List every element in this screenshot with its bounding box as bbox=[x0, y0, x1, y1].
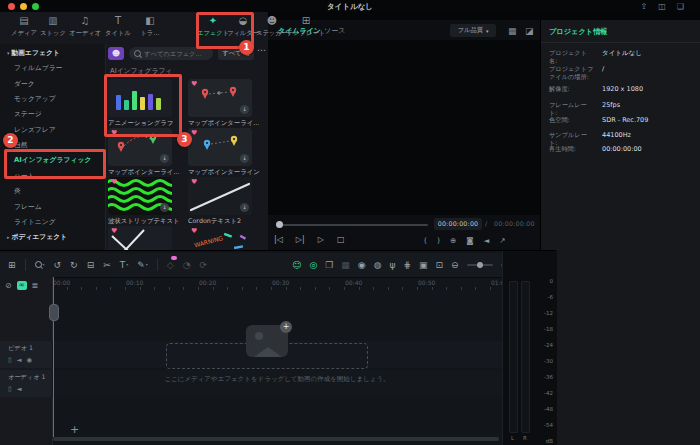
playhead[interactable] bbox=[53, 277, 54, 437]
favorite-heart-icon[interactable]: ♥ bbox=[191, 129, 197, 137]
mute-track-icon[interactable]: ◄ bbox=[17, 356, 22, 364]
download-icon[interactable]: ↓ bbox=[160, 154, 169, 163]
fullscreen-icon[interactable]: ❏ bbox=[677, 2, 684, 11]
meter-scale-label: -30 bbox=[535, 358, 553, 364]
project-info-label: 再生時間: bbox=[549, 145, 595, 153]
favorite-heart-icon[interactable]: ♥ bbox=[191, 80, 197, 88]
hide-track-icon[interactable]: ◉ bbox=[27, 356, 33, 364]
select-tool-button[interactable]: ▾ bbox=[35, 260, 45, 270]
track-manager-icon[interactable]: ≣ bbox=[32, 281, 39, 290]
meter-scale-label: -48 bbox=[535, 406, 553, 412]
media-browser-icon[interactable]: ⊞ bbox=[8, 260, 16, 270]
play-button[interactable]: ▷ bbox=[318, 235, 324, 244]
zoom-out-button[interactable]: ⊖ bbox=[451, 260, 459, 270]
timeline-zoom-slider[interactable] bbox=[467, 264, 493, 266]
project-info-label: プロジェクト名: bbox=[549, 49, 595, 65]
sidebar-item-11[interactable]: フレーム bbox=[0, 200, 105, 215]
download-icon[interactable]: ↓ bbox=[240, 154, 249, 163]
lock-icon[interactable]: ▯ bbox=[8, 385, 12, 393]
favorite-heart-icon[interactable]: ♥ bbox=[191, 178, 197, 186]
nav-tab-5[interactable]: ◧トラ... bbox=[128, 14, 172, 38]
voiceover-button[interactable]: ψ bbox=[390, 260, 396, 270]
lock-icon[interactable]: ▯ bbox=[8, 356, 12, 364]
share-icon[interactable]: ⇪ bbox=[641, 2, 648, 11]
split-screen-icon[interactable]: ▦ bbox=[508, 26, 517, 36]
mask-button[interactable]: ◎ bbox=[309, 260, 317, 270]
download-icon[interactable]: ↓ bbox=[160, 203, 169, 212]
unlink-icon[interactable]: ⊘ bbox=[5, 281, 12, 290]
snapshot-button[interactable]: ◙ bbox=[466, 236, 473, 245]
auto-ripple-icon[interactable]: ∞ bbox=[17, 281, 27, 290]
timeline-ruler[interactable]: 00:0000:1000:2000:3000:4000:5001:00 bbox=[52, 277, 502, 291]
avatar[interactable]: ☻ bbox=[108, 47, 124, 60]
annotation-box-ai-infographic bbox=[4, 149, 106, 179]
video-viewer[interactable] bbox=[268, 40, 540, 215]
sidebar-item-3[interactable]: ダーク bbox=[0, 77, 105, 92]
meter-scale-label: -54 bbox=[535, 422, 553, 428]
search-input[interactable] bbox=[144, 50, 208, 57]
favorite-heart-icon[interactable]: ♥ bbox=[111, 227, 117, 235]
sidebar-item-10[interactable]: 炎 bbox=[0, 184, 105, 199]
keyframe-button[interactable]: ◇ bbox=[167, 260, 174, 270]
favorite-heart-icon[interactable]: ♥ bbox=[111, 178, 117, 186]
sidebar-item-13[interactable]: ▸ボディエフェクト bbox=[0, 230, 105, 245]
add-track-button[interactable]: + bbox=[70, 423, 79, 436]
nav-tab-9[interactable]: ⊞テンプレート bbox=[284, 14, 328, 38]
previous-frame-button[interactable]: |◁ bbox=[274, 235, 283, 244]
text-tool-button[interactable]: T▾ bbox=[120, 260, 129, 270]
project-info-label: 解像度: bbox=[549, 85, 595, 93]
render-preview-button[interactable]: ⟳ bbox=[200, 260, 208, 270]
record-button[interactable]: ◉ bbox=[358, 260, 366, 270]
meter-scale-label: 0 bbox=[535, 278, 553, 284]
stop-button[interactable]: □ bbox=[337, 235, 345, 244]
timeline-zoom-handle[interactable] bbox=[477, 262, 483, 268]
seek-bar[interactable] bbox=[278, 224, 428, 226]
effect-card-マップポインターライ...[interactable]: ♥↓ bbox=[188, 79, 252, 117]
effect-card-Cordonテキスト2[interactable]: ♥↓ bbox=[188, 177, 252, 215]
audio-meter: LR0-6-12-18-24-30-36-42-48-54dB bbox=[502, 251, 557, 445]
favorite-heart-icon[interactable]: ♥ bbox=[191, 227, 197, 235]
total-timecode: 00:00:00:00 bbox=[494, 220, 535, 227]
playback-quality-select[interactable]: フル品質 ▾ bbox=[450, 24, 496, 37]
marker-button[interactable]: ⊡ bbox=[436, 260, 444, 270]
effect-card-xlines[interactable]: ♥ bbox=[108, 226, 172, 250]
mark-out-button[interactable]: ) bbox=[437, 236, 440, 245]
fit-zoom-button[interactable]: ⊕ bbox=[450, 236, 456, 245]
undo-button[interactable]: ↺ bbox=[54, 260, 62, 270]
ai-portrait-button[interactable]: ☺ bbox=[292, 260, 301, 270]
sidebar-item-12[interactable]: ライトニング bbox=[0, 215, 105, 230]
sidebar-item-5[interactable]: ステージ bbox=[0, 107, 105, 122]
layout-icon[interactable]: ◫ bbox=[658, 2, 666, 11]
timeline-scrollbar[interactable] bbox=[52, 436, 502, 442]
effect-card-label: マップポインターライ... bbox=[188, 119, 260, 128]
more-options-button[interactable]: ⋯ bbox=[257, 45, 266, 55]
scopes-icon[interactable]: ◪ bbox=[525, 26, 534, 36]
effect-card-scatter[interactable]: WARNING ♥ bbox=[188, 226, 252, 250]
export-clip-button[interactable]: ❐ bbox=[325, 260, 333, 270]
audio-mixer-button[interactable]: ⋕ bbox=[404, 260, 412, 270]
expand-button[interactable]: ↗ bbox=[499, 236, 505, 245]
sidebar-item-4[interactable]: モックアップ bbox=[0, 92, 105, 107]
effect-card-波状ストリップテキスト[interactable]: ♥↓ bbox=[108, 177, 172, 215]
seek-handle[interactable] bbox=[276, 221, 283, 228]
crop-tool-button[interactable]: ✎▾ bbox=[137, 260, 148, 270]
divider bbox=[541, 42, 700, 43]
denoise-button[interactable]: ◍ bbox=[374, 260, 382, 270]
speed-button[interactable]: ◔ bbox=[183, 260, 191, 270]
sidebar-item-1[interactable]: ▾動画エフェクト bbox=[0, 46, 105, 61]
playhead-grip[interactable] bbox=[49, 304, 59, 321]
download-icon[interactable]: ↓ bbox=[240, 203, 249, 212]
mute-button[interactable]: ◄ bbox=[483, 236, 489, 245]
delete-button[interactable]: ⊟ bbox=[87, 260, 95, 270]
chroma-key-button[interactable]: ▦ bbox=[341, 260, 350, 270]
mark-in-button[interactable]: ( bbox=[424, 236, 427, 245]
sidebar-item-2[interactable]: フィルムブラー bbox=[0, 61, 105, 76]
mute-track-icon[interactable]: ◄ bbox=[17, 385, 22, 393]
redo-button[interactable]: ↻ bbox=[70, 260, 78, 270]
next-frame-button[interactable]: ▷| bbox=[296, 235, 305, 244]
split-button[interactable]: ✂ bbox=[103, 260, 111, 270]
meter-scale-label: -36 bbox=[535, 374, 553, 380]
download-icon[interactable]: ↓ bbox=[240, 105, 249, 114]
effect-card-マップポインターライン1[interactable]: ♥↓ bbox=[188, 128, 252, 166]
screen-record-button[interactable]: ▣ bbox=[419, 260, 428, 270]
